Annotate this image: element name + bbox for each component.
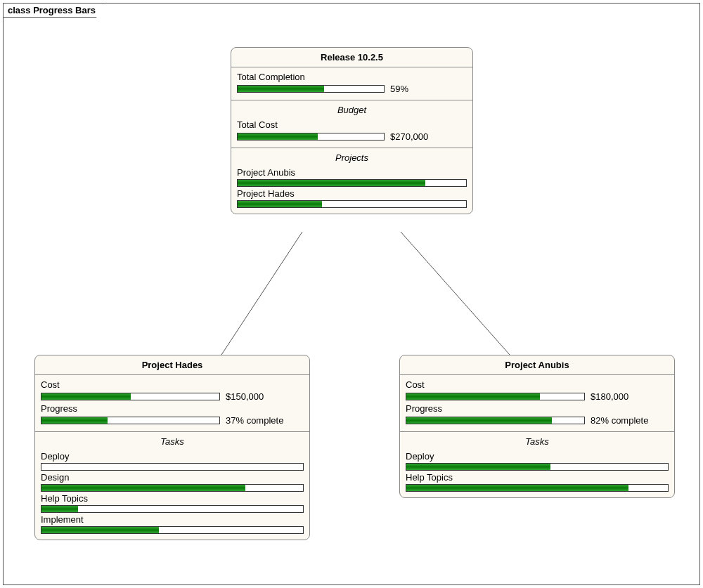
bar-hades-task-2	[41, 505, 304, 513]
bar-hades-progress	[41, 417, 220, 424]
bar-total-cost	[237, 133, 385, 141]
bar-hades-task-1	[41, 484, 304, 492]
bar-project-anubis	[237, 179, 467, 187]
bar-fill	[238, 86, 324, 92]
label-anubis-task-0: Deploy	[406, 451, 669, 462]
value-hades-progress: 37% complete	[226, 415, 283, 426]
card-title-anubis: Project Anubis	[400, 355, 674, 375]
section-anubis-tasks: Tasks Deploy Help Topics	[400, 432, 674, 497]
label-hades-task-3: Implement	[41, 514, 304, 525]
card-hades: Project Hades Cost $150,000 Progress 37%…	[34, 355, 310, 540]
label-hades-task-1: Design	[41, 472, 304, 483]
svg-line-0	[221, 232, 302, 355]
section-hades-main: Cost $150,000 Progress 37% complete	[35, 375, 309, 432]
label-project-anubis: Project Anubis	[237, 167, 467, 178]
heading-hades-tasks: Tasks	[41, 435, 304, 450]
value-hades-cost: $150,000	[226, 391, 275, 402]
section-anubis-main: Cost $180,000 Progress 82% complete	[400, 375, 674, 432]
label-hades-progress: Progress	[41, 403, 304, 414]
section-budget: Budget Total Cost $270,000	[231, 100, 472, 148]
frame-title: class Progress Bars	[3, 3, 103, 18]
label-hades-task-0: Deploy	[41, 451, 304, 462]
bar-hades-task-0	[41, 463, 304, 471]
bar-fill	[238, 180, 425, 186]
label-total-cost: Total Cost	[237, 119, 467, 130]
bar-fill	[41, 417, 108, 424]
label-hades-cost: Cost	[41, 379, 304, 390]
bar-fill	[406, 417, 552, 424]
section-total-completion: Total Completion 59%	[231, 67, 472, 100]
card-release: Release 10.2.5 Total Completion 59% Budg…	[231, 47, 473, 214]
bar-anubis-task-1	[406, 484, 669, 492]
card-title-release: Release 10.2.5	[231, 48, 472, 67]
value-total-completion: 59%	[390, 84, 439, 94]
bar-fill	[41, 393, 131, 400]
diagram-frame: class Progress Bars Release 10.2.5 Total…	[3, 3, 700, 585]
bar-anubis-task-0	[406, 463, 669, 471]
bar-fill	[41, 527, 159, 533]
bar-fill	[41, 506, 78, 512]
bar-fill	[238, 133, 318, 140]
bar-hades-cost	[41, 393, 220, 400]
value-total-cost: $270,000	[390, 131, 439, 142]
bar-hades-task-3	[41, 526, 304, 534]
section-hades-tasks: Tasks Deploy Design Help Topics Implemen…	[35, 432, 309, 540]
heading-anubis-tasks: Tasks	[406, 435, 669, 450]
svg-line-1	[401, 232, 510, 355]
bar-fill	[406, 464, 550, 470]
value-anubis-progress: 82% complete	[591, 415, 648, 426]
bar-fill	[406, 485, 628, 491]
heading-projects: Projects	[237, 151, 467, 166]
bar-anubis-progress	[406, 417, 585, 424]
label-anubis-cost: Cost	[406, 379, 669, 390]
value-anubis-cost: $180,000	[591, 391, 640, 402]
label-anubis-progress: Progress	[406, 403, 669, 414]
heading-budget: Budget	[237, 103, 467, 118]
bar-total-completion	[237, 85, 385, 93]
label-project-hades: Project Hades	[237, 188, 467, 199]
bar-fill	[406, 393, 540, 400]
bar-fill	[238, 201, 322, 207]
label-total-completion: Total Completion	[237, 72, 467, 82]
card-title-hades: Project Hades	[35, 355, 309, 375]
bar-anubis-cost	[406, 393, 585, 400]
label-anubis-task-1: Help Topics	[406, 472, 669, 483]
bar-fill	[41, 485, 245, 491]
bar-project-hades	[237, 200, 467, 208]
label-hades-task-2: Help Topics	[41, 493, 304, 504]
card-anubis: Project Anubis Cost $180,000 Progress 82…	[399, 355, 675, 498]
section-projects: Projects Project Anubis Project Hades	[231, 148, 472, 214]
